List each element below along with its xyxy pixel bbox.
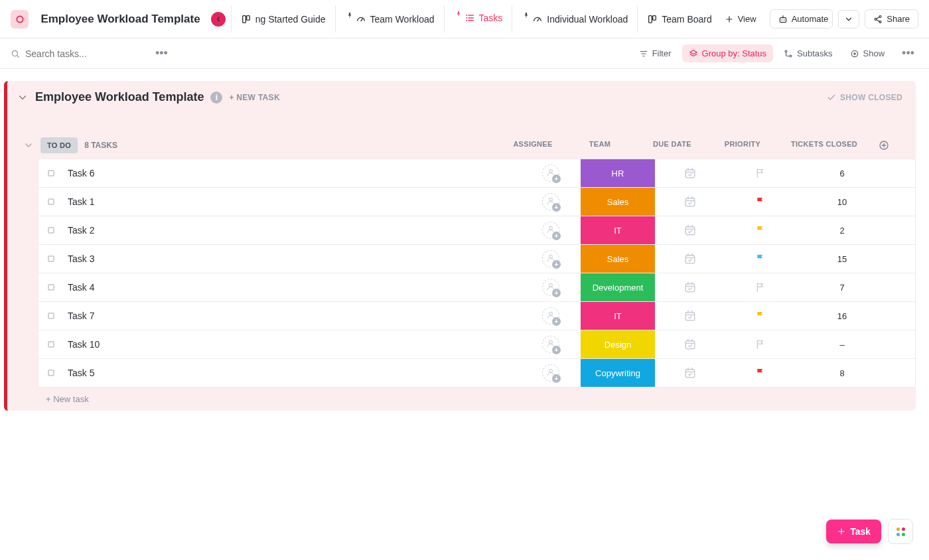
row-checkbox[interactable] — [38, 159, 64, 187]
tickets-closed-cell: 10 — [796, 188, 889, 216]
table-row[interactable]: Task 6+HR6 — [38, 159, 915, 188]
more-options-button[interactable]: ••• — [151, 46, 172, 60]
row-checkbox[interactable] — [38, 359, 64, 387]
flag-icon — [755, 196, 766, 207]
status-pill[interactable]: TO DO — [40, 137, 78, 153]
collapse-group-icon[interactable] — [23, 140, 34, 151]
tickets-closed-cell: 15 — [796, 245, 889, 273]
assignee-cell[interactable]: + — [521, 216, 581, 244]
tab-ng-started-guide[interactable]: ng Started Guide — [231, 5, 336, 33]
due-date-cell[interactable] — [655, 273, 725, 301]
automate-dropdown-button[interactable] — [838, 10, 859, 29]
row-checkbox[interactable] — [38, 330, 64, 358]
subtask-icon — [784, 49, 793, 58]
add-column-button[interactable] — [871, 140, 897, 151]
filter-more-button[interactable]: ••• — [898, 46, 918, 60]
table-row[interactable]: Task 1+Sales10 — [38, 188, 915, 216]
subtasks-button[interactable]: Subtasks — [777, 44, 839, 62]
show-button[interactable]: Show — [843, 44, 892, 62]
col-tickets-closed: TICKETS CLOSED — [778, 140, 871, 151]
col-priority: PRIORITY — [707, 140, 778, 151]
new-task-row-button[interactable]: + New task — [7, 387, 916, 404]
task-name[interactable]: Task 3 — [64, 245, 521, 273]
assignee-placeholder-icon: + — [542, 336, 559, 353]
priority-cell[interactable] — [725, 159, 796, 187]
priority-cell[interactable] — [725, 245, 796, 273]
row-checkbox[interactable] — [38, 188, 64, 216]
assignee-cell[interactable]: + — [521, 188, 581, 216]
table-row[interactable]: Task 4+Development7 — [38, 273, 915, 302]
flag-icon — [755, 253, 766, 264]
doc-icon — [241, 14, 251, 25]
search-input[interactable] — [25, 48, 145, 59]
row-checkbox[interactable] — [38, 302, 64, 330]
new-task-header-button[interactable]: + NEW TASK — [229, 93, 279, 102]
assignee-cell[interactable]: + — [521, 159, 581, 187]
due-date-cell[interactable] — [655, 302, 725, 330]
tab-tasks[interactable]: Tasks — [445, 5, 513, 33]
fab-new-task-button[interactable]: Task — [826, 520, 881, 543]
team-cell[interactable]: Copywriting — [581, 359, 655, 387]
table-row[interactable]: Task 3+Sales15 — [38, 245, 915, 273]
priority-cell[interactable] — [725, 302, 796, 330]
info-icon[interactable]: i — [210, 92, 222, 104]
show-closed-button[interactable]: SHOW CLOSED — [827, 93, 902, 102]
view-label: View — [738, 14, 756, 24]
row-checkbox[interactable] — [38, 245, 64, 273]
team-cell[interactable]: IT — [581, 216, 655, 244]
task-name[interactable]: Task 1 — [64, 188, 521, 216]
task-name[interactable]: Task 7 — [64, 302, 521, 330]
due-date-cell[interactable] — [655, 359, 725, 387]
row-checkbox[interactable] — [38, 216, 64, 244]
calendar-icon — [684, 196, 696, 208]
tabs-scroll-left-button[interactable] — [211, 12, 226, 27]
row-checkbox[interactable] — [38, 273, 64, 301]
due-date-cell[interactable] — [655, 159, 725, 187]
due-date-cell[interactable] — [655, 216, 725, 244]
team-cell[interactable]: IT — [581, 302, 655, 330]
tab-label: Individual Workload — [547, 14, 628, 25]
assignee-cell[interactable]: + — [521, 302, 581, 330]
collapse-list-icon[interactable] — [17, 92, 29, 104]
team-cell[interactable]: HR — [581, 159, 655, 187]
priority-cell[interactable] — [725, 359, 796, 387]
table-row[interactable]: Task 2+IT2 — [38, 216, 915, 245]
team-cell[interactable]: Sales — [581, 245, 655, 273]
fab-apps-button[interactable] — [888, 519, 913, 544]
table-row[interactable]: Task 10+Design– — [38, 330, 915, 359]
tab-team-workload[interactable]: Team Workload — [336, 5, 445, 33]
team-cell[interactable]: Development — [581, 273, 655, 301]
assignee-cell[interactable]: + — [521, 359, 581, 387]
assignee-cell[interactable]: + — [521, 245, 581, 273]
priority-cell[interactable] — [725, 216, 796, 244]
assignee-placeholder-icon: + — [542, 165, 559, 182]
task-name[interactable]: Task 10 — [64, 330, 521, 358]
add-view-button[interactable]: View — [717, 10, 764, 28]
priority-cell[interactable] — [725, 273, 796, 301]
assignee-placeholder-icon: + — [542, 222, 559, 239]
task-name[interactable]: Task 4 — [64, 273, 521, 301]
due-date-cell[interactable] — [655, 188, 725, 216]
tab-individual-workload[interactable]: Individual Workload — [512, 5, 638, 33]
assignee-cell[interactable]: + — [521, 273, 581, 301]
tab-label: Team Board — [662, 14, 711, 25]
flag-icon — [755, 368, 766, 378]
due-date-cell[interactable] — [655, 245, 725, 273]
share-button[interactable]: Share — [865, 9, 918, 29]
table-row[interactable]: Task 5+Copywriting8 — [38, 359, 915, 387]
group-by-button[interactable]: Group by: Status — [682, 44, 774, 62]
task-name[interactable]: Task 5 — [64, 359, 521, 387]
priority-cell[interactable] — [725, 330, 796, 358]
task-name[interactable]: Task 6 — [64, 159, 521, 187]
due-date-cell[interactable] — [655, 330, 725, 358]
tab-team-board[interactable]: Team Board — [638, 5, 711, 33]
team-cell[interactable]: Sales — [581, 188, 655, 216]
priority-cell[interactable] — [725, 188, 796, 216]
automate-button[interactable]: Automate — [770, 9, 833, 29]
assignee-cell[interactable]: + — [521, 330, 581, 358]
filter-button[interactable]: Filter — [632, 44, 678, 62]
calendar-icon — [684, 338, 696, 350]
task-name[interactable]: Task 2 — [64, 216, 521, 244]
table-row[interactable]: Task 7+IT16 — [38, 302, 915, 330]
team-cell[interactable]: Design — [581, 330, 655, 358]
